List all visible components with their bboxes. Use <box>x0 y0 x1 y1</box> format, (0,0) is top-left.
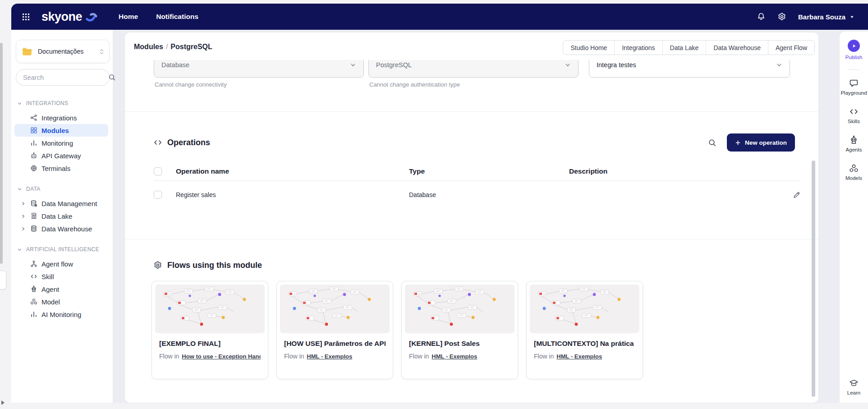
tab-integrations[interactable]: Integrations <box>614 41 662 55</box>
flow-in-text: Flow in <box>409 353 429 360</box>
sidebar-item-label: Agent <box>41 285 59 293</box>
flow-card[interactable]: [KERNEL] Post SalesFlow inHML - Exemplos <box>401 281 518 379</box>
logo-swirl-icon <box>85 12 98 23</box>
content-scrollbar[interactable] <box>812 161 815 397</box>
flow-parent-link[interactable]: How to use - Exception Handler <box>182 353 261 360</box>
app-window: skyone HomeNotifications Barbara Souza D… <box>11 4 868 403</box>
sidebar: Documentações INTEGRATIONSIntegrationsMo… <box>11 30 113 403</box>
left-edge-scrollbar[interactable] <box>0 43 3 264</box>
sidebar-section-label: DATA <box>26 186 41 192</box>
main-content-card: DatabaseCannot change connectivityPostgr… <box>125 32 818 403</box>
sidebar-item-label: Terminals <box>41 165 70 172</box>
flow-parent-link[interactable]: HML - Exemplos <box>556 353 602 360</box>
edit-operation-icon[interactable] <box>793 191 800 199</box>
sidebar-item-agent[interactable]: Agent <box>14 283 108 295</box>
operation-type-cell: Database <box>409 191 569 198</box>
sidebar-item-data-warehouse[interactable]: Data Warehouse <box>14 222 108 235</box>
data-lake-icon <box>30 212 37 220</box>
flow-card-title: [MULTICONTEXTO] Na prática <box>534 340 635 348</box>
tab-studio-home[interactable]: Studio Home <box>563 41 614 55</box>
bell-icon[interactable] <box>757 12 766 21</box>
nav-links: HomeNotifications <box>119 13 198 21</box>
sidebar-item-terminals[interactable]: Terminals <box>14 162 108 175</box>
model-icon <box>30 298 37 305</box>
breadcrumb-separator: / <box>166 43 168 51</box>
flow-cards: [EXEMPLO FINAL]Flow inHow to use - Excep… <box>152 281 643 379</box>
sidebar-item-data-management[interactable]: Data Management <box>14 197 108 210</box>
gear-icon[interactable] <box>777 12 786 21</box>
monitoring-icon <box>30 311 37 318</box>
rail-item-agents[interactable]: Agents <box>846 135 862 152</box>
sidebar-item-api-gateway[interactable]: API Gateway <box>14 149 108 162</box>
column-header-description: Description <box>569 167 790 175</box>
flow-card[interactable]: [MULTICONTEXTO] Na práticaFlow inHML - E… <box>526 281 643 379</box>
data-warehouse-icon <box>30 225 37 232</box>
sidebar-item-label: Monitoring <box>41 139 73 147</box>
flow-in-text: Flow in <box>159 353 179 360</box>
sidebar-section-header[interactable]: INTEGRATIONS <box>11 98 113 108</box>
search-icon[interactable] <box>108 74 116 81</box>
sidebar-item-label: Integrations <box>41 114 77 122</box>
flow-card-title: [HOW USE] Parâmetros de API G... <box>284 340 386 348</box>
workspace-name: Documentações <box>38 48 83 55</box>
user-menu[interactable]: Barbara Souza <box>798 13 854 21</box>
sidebar-item-data-lake[interactable]: Data Lake <box>14 210 108 222</box>
sidebar-item-integrations[interactable]: Integrations <box>14 111 108 124</box>
plus-icon <box>735 140 741 146</box>
tab-agent-flow[interactable]: Agent Flow <box>768 41 814 55</box>
chevron-right-icon[interactable] <box>21 214 26 219</box>
rail-item-models[interactable]: Models <box>845 164 862 181</box>
search-input[interactable] <box>22 74 108 82</box>
sidebar-items: Agent flowSkillAgentModelAI Monitoring <box>11 257 113 321</box>
breadcrumb-parent[interactable]: Modules <box>134 43 163 51</box>
rail-item-playground[interactable]: Playground <box>840 78 867 96</box>
table-row[interactable]: Register salesDatabase <box>154 181 800 209</box>
sidebar-item-agent-flow[interactable]: Agent flow <box>14 257 108 270</box>
rail-item-label: Learn <box>847 390 860 395</box>
sidebar-item-label: Data Warehouse <box>41 225 92 233</box>
sidebar-sections: INTEGRATIONSIntegrationsModulesMonitorin… <box>11 98 113 321</box>
flow-in-text: Flow in <box>284 353 304 360</box>
select-value: Integra testes <box>597 61 636 69</box>
left-edge-handle[interactable] <box>0 271 6 290</box>
sidebar-item-label: AI Monitoring <box>41 311 81 318</box>
apps-grid-icon[interactable] <box>22 13 30 21</box>
select-all-checkbox[interactable] <box>154 167 162 175</box>
brand-logo[interactable]: skyone <box>41 11 98 23</box>
flow-parent-link[interactable]: HML - Exemplos <box>432 353 477 360</box>
sidebar-section-header[interactable]: ARTIFICIAL INTELLIGENCE <box>11 244 113 254</box>
rail-divider <box>848 69 860 70</box>
sidebar-item-monitoring[interactable]: Monitoring <box>14 137 108 149</box>
chevron-right-icon[interactable] <box>21 226 26 231</box>
publish-button[interactable]: Publish <box>845 40 863 60</box>
nav-right: Barbara Souza <box>757 12 854 21</box>
sidebar-item-model[interactable]: Model <box>14 295 108 308</box>
row-checkbox[interactable] <box>154 191 162 199</box>
operation-name-cell: Register sales <box>176 191 409 198</box>
sidebar-section-header[interactable]: DATA <box>11 184 113 194</box>
flow-card[interactable]: [HOW USE] Parâmetros de API G...Flow inH… <box>276 281 393 379</box>
flow-card-title: [EXEMPLO FINAL] <box>159 340 261 348</box>
flow-card[interactable]: [EXEMPLO FINAL]Flow inHow to use - Excep… <box>152 281 268 379</box>
app-body: Documentações INTEGRATIONSIntegrationsMo… <box>11 30 868 403</box>
new-operation-button[interactable]: New operation <box>727 133 795 152</box>
nav-link-home[interactable]: Home <box>119 13 138 21</box>
rail-item-skills[interactable]: Skills <box>848 107 860 124</box>
sidebar-item-skill[interactable]: Skill <box>14 270 108 283</box>
flow-card-subtitle: Flow inHow to use - Exception Handler <box>159 353 261 360</box>
rail-item-label: Models <box>845 175 862 181</box>
operations-search-icon[interactable] <box>708 138 716 147</box>
learn-icon <box>849 378 859 388</box>
tab-data-lake[interactable]: Data Lake <box>662 41 706 55</box>
chevron-right-icon[interactable] <box>21 201 26 206</box>
nav-link-notifications[interactable]: Notifications <box>156 13 198 21</box>
operations-title: Operations <box>167 138 210 147</box>
rail-item-learn[interactable]: Learn <box>847 378 860 395</box>
sidebar-item-modules[interactable]: Modules <box>14 124 108 137</box>
workspace-selector[interactable]: Documentações <box>16 40 110 63</box>
flows-title: Flows using this module <box>167 261 262 270</box>
sidebar-item-ai-monitoring[interactable]: AI Monitoring <box>14 308 108 321</box>
flow-parent-link[interactable]: HML - Exemplos <box>307 353 352 360</box>
top-navbar: skyone HomeNotifications Barbara Souza <box>11 4 868 30</box>
tab-data-warehouse[interactable]: Data Warehouse <box>706 41 768 55</box>
